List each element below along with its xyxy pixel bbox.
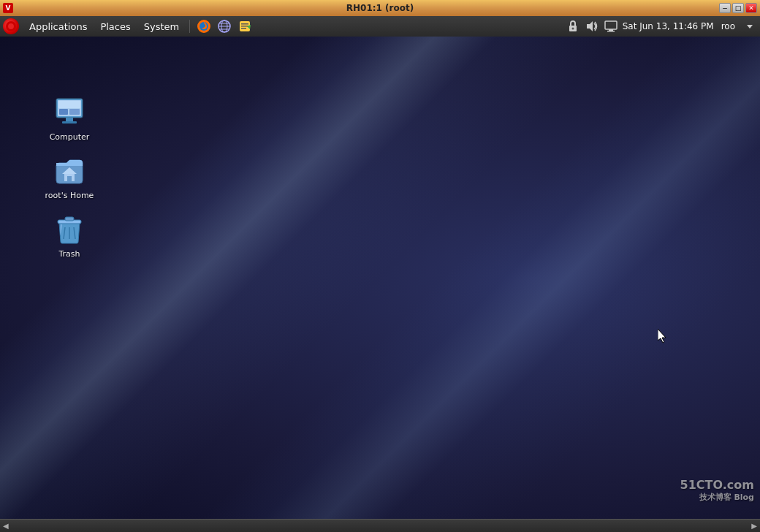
menubar-left: Applications Places System xyxy=(3,18,254,34)
menubar: Applications Places System xyxy=(0,16,760,37)
system-menu[interactable]: System xyxy=(138,19,185,34)
clock: Sat Jun 13, 11:46 PM xyxy=(623,21,714,31)
svg-marker-15 xyxy=(587,21,593,31)
desktop-background xyxy=(0,37,760,519)
menubar-right: Sat Jun 13, 11:46 PM roo xyxy=(566,19,757,34)
titlebar-title: RH01:1 (root) xyxy=(0,3,760,13)
gnome-logo xyxy=(3,18,19,34)
computer-icon[interactable]: Computer xyxy=(40,91,99,145)
network-icon[interactable] xyxy=(216,18,232,34)
computer-icon-img xyxy=(52,94,87,129)
editor-icon[interactable] xyxy=(237,18,253,34)
firefox-icon[interactable] xyxy=(196,18,212,34)
titlebar-app-icon: V xyxy=(3,3,13,13)
svg-point-2 xyxy=(200,22,208,31)
titlebar-left: V xyxy=(3,3,13,13)
svg-rect-9 xyxy=(241,23,248,25)
svg-rect-31 xyxy=(65,217,74,221)
taskbar-right-arrow[interactable]: ▶ xyxy=(751,522,757,530)
svg-rect-29 xyxy=(67,176,72,181)
svg-rect-24 xyxy=(62,121,77,123)
close-button[interactable]: ✕ xyxy=(745,3,757,13)
taskbar-left-arrow[interactable]: ◀ xyxy=(3,522,9,530)
home-label: root's Home xyxy=(45,191,94,201)
maximize-button[interactable]: □ xyxy=(732,3,744,13)
home-icon[interactable]: root's Home xyxy=(40,150,99,204)
display-icon[interactable] xyxy=(604,19,618,34)
chevron-down-icon[interactable] xyxy=(742,19,757,34)
menu-separator-1 xyxy=(189,20,190,33)
username[interactable]: roo xyxy=(718,21,738,31)
svg-rect-11 xyxy=(241,28,246,29)
volume-icon[interactable] xyxy=(585,19,599,34)
trash-icon-img xyxy=(52,211,87,246)
desktop: Computer root's Home xyxy=(0,37,760,519)
svg-rect-26 xyxy=(69,109,80,115)
minimize-button[interactable]: − xyxy=(719,3,731,13)
svg-marker-19 xyxy=(747,25,753,28)
home-icon-img xyxy=(52,153,87,188)
svg-rect-17 xyxy=(609,29,613,31)
trash-icon[interactable]: Trash xyxy=(40,208,99,262)
titlebar-controls: − □ ✕ xyxy=(719,3,757,13)
taskbar: ◀ ▶ xyxy=(0,519,760,532)
svg-rect-18 xyxy=(607,31,615,32)
computer-label: Computer xyxy=(50,132,90,142)
svg-rect-16 xyxy=(605,21,617,29)
svg-rect-25 xyxy=(59,109,68,115)
places-menu[interactable]: Places xyxy=(94,19,136,34)
titlebar: V RH01:1 (root) − □ ✕ xyxy=(0,0,760,16)
lock-icon[interactable] xyxy=(566,19,580,34)
applications-menu[interactable]: Applications xyxy=(23,19,93,34)
svg-rect-23 xyxy=(66,118,73,121)
svg-point-14 xyxy=(571,28,574,30)
svg-rect-22 xyxy=(58,101,80,108)
trash-label: Trash xyxy=(58,249,80,259)
